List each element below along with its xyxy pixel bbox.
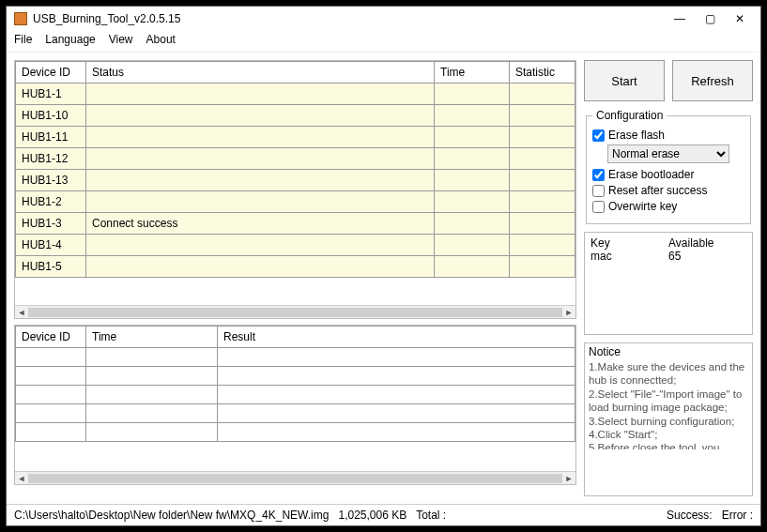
table-row[interactable]: HUB1-5 bbox=[16, 256, 575, 278]
status-success: Success: bbox=[667, 509, 713, 522]
cell-device_id: HUB1-2 bbox=[16, 191, 86, 213]
cell-status bbox=[86, 84, 435, 105]
table-row[interactable] bbox=[16, 348, 575, 367]
device-table-wrap: Device ID Status Time Statistic HUB1-1HU… bbox=[14, 60, 576, 319]
reset-after-checkbox[interactable] bbox=[592, 185, 605, 197]
window-title: USB_Burning_Tool_v2.0.5.15 bbox=[33, 12, 663, 25]
titlebar: USB_Burning_Tool_v2.0.5.15 — ▢ ✕ bbox=[7, 7, 760, 31]
scroll-thumb[interactable] bbox=[28, 474, 562, 483]
log-table: Device ID Time Result bbox=[15, 326, 575, 442]
cell-status: Connect success bbox=[86, 213, 435, 235]
cell-statistic bbox=[510, 213, 575, 235]
status-total: Total : bbox=[416, 509, 446, 522]
app-window: USB_Burning_Tool_v2.0.5.15 — ▢ ✕ File La… bbox=[6, 6, 761, 526]
table-row[interactable]: HUB1-1 bbox=[16, 84, 575, 105]
cell-statistic bbox=[510, 127, 575, 148]
table-row[interactable]: HUB1-12 bbox=[16, 148, 575, 170]
log-col-result[interactable]: Result bbox=[218, 327, 575, 348]
device-table-scroll[interactable]: Device ID Status Time Statistic HUB1-1HU… bbox=[15, 61, 575, 305]
overwrite-key-label: Overwirte key bbox=[608, 200, 677, 213]
cell-time bbox=[435, 256, 510, 278]
status-error: Error : bbox=[722, 509, 753, 522]
cell-time bbox=[435, 127, 510, 148]
key-row[interactable]: mac 65 bbox=[591, 250, 746, 263]
key-header-available[interactable]: Available bbox=[668, 236, 746, 250]
device-hscrollbar[interactable]: ◄ ► bbox=[15, 305, 575, 318]
table-row[interactable] bbox=[16, 404, 575, 423]
cell-device_id: HUB1-3 bbox=[16, 213, 86, 235]
cell-time bbox=[435, 191, 510, 213]
log-table-wrap: Device ID Time Result bbox=[14, 325, 576, 485]
cell-statistic bbox=[510, 235, 575, 256]
cell-statistic bbox=[510, 191, 575, 213]
start-button[interactable]: Start bbox=[584, 60, 665, 101]
cell-status bbox=[86, 256, 435, 278]
scroll-left-icon[interactable]: ◄ bbox=[15, 306, 28, 319]
scroll-right-icon[interactable]: ► bbox=[562, 306, 575, 319]
log-col-time[interactable]: Time bbox=[86, 327, 218, 348]
key-cell-name: mac bbox=[591, 250, 668, 263]
table-row[interactable]: HUB1-10 bbox=[16, 105, 575, 127]
table-row[interactable]: HUB1-3Connect success bbox=[16, 213, 575, 235]
table-row[interactable]: HUB1-4 bbox=[16, 235, 575, 256]
maximize-button[interactable]: ▢ bbox=[697, 10, 723, 27]
device-table: Device ID Status Time Statistic HUB1-1HU… bbox=[15, 61, 575, 278]
cell-device_id: HUB1-11 bbox=[16, 127, 86, 148]
status-filesize: 1,025,006 KB bbox=[338, 509, 407, 522]
table-row[interactable] bbox=[16, 386, 575, 404]
key-header-key[interactable]: Key bbox=[591, 236, 668, 250]
configuration-panel: Configuration Erase flash Normal erase E… bbox=[586, 109, 751, 224]
configuration-legend: Configuration bbox=[592, 109, 667, 122]
scroll-left-icon[interactable]: ◄ bbox=[15, 472, 28, 485]
log-table-scroll[interactable]: Device ID Time Result bbox=[15, 326, 575, 471]
table-row[interactable] bbox=[16, 367, 575, 386]
cell-time bbox=[435, 170, 510, 191]
cell-time bbox=[435, 84, 510, 105]
scroll-thumb[interactable] bbox=[28, 308, 562, 317]
notice-title: Notice bbox=[589, 345, 748, 358]
table-row[interactable]: HUB1-13 bbox=[16, 170, 575, 191]
overwrite-key-checkbox[interactable] bbox=[592, 201, 605, 213]
cell-time bbox=[435, 105, 510, 127]
close-button[interactable]: ✕ bbox=[727, 10, 753, 27]
status-filepath: C:\Users\halto\Desktop\New folder\New fw… bbox=[14, 509, 329, 522]
cell-device_id: HUB1-1 bbox=[16, 84, 86, 105]
menubar: File Language View About bbox=[7, 31, 760, 53]
table-row[interactable] bbox=[16, 423, 575, 442]
minimize-button[interactable]: — bbox=[667, 10, 693, 27]
erase-bootloader-label: Erase bootloader bbox=[608, 168, 694, 181]
cell-time bbox=[435, 235, 510, 256]
cell-device_id: HUB1-10 bbox=[16, 105, 86, 127]
erase-flash-label: Erase flash bbox=[608, 129, 665, 142]
reset-after-label: Reset after success bbox=[608, 184, 707, 197]
table-row[interactable]: HUB1-11 bbox=[16, 127, 575, 148]
menu-language[interactable]: Language bbox=[45, 33, 95, 46]
cell-status bbox=[86, 105, 435, 127]
erase-mode-select[interactable]: Normal erase bbox=[607, 144, 729, 163]
erase-bootloader-checkbox[interactable] bbox=[592, 169, 605, 181]
log-col-deviceid[interactable]: Device ID bbox=[16, 327, 86, 348]
log-hscrollbar[interactable]: ◄ ► bbox=[15, 471, 575, 484]
notice-body: 1.Make sure the devices and the hub is c… bbox=[589, 360, 748, 449]
cell-statistic bbox=[510, 148, 575, 170]
erase-flash-checkbox[interactable] bbox=[592, 129, 605, 142]
action-buttons: Start Refresh bbox=[584, 60, 753, 101]
cell-statistic bbox=[510, 105, 575, 127]
cell-device_id: HUB1-4 bbox=[16, 235, 86, 256]
menu-file[interactable]: File bbox=[14, 33, 32, 46]
cell-device_id: HUB1-12 bbox=[16, 148, 86, 170]
table-row[interactable]: HUB1-2 bbox=[16, 191, 575, 213]
refresh-button[interactable]: Refresh bbox=[672, 60, 753, 101]
cell-time bbox=[435, 213, 510, 235]
cell-statistic bbox=[510, 170, 575, 191]
device-col-id[interactable]: Device ID bbox=[16, 62, 86, 84]
menu-about[interactable]: About bbox=[146, 33, 176, 46]
cell-statistic bbox=[510, 256, 575, 278]
menu-view[interactable]: View bbox=[109, 33, 133, 46]
device-col-statistic[interactable]: Statistic bbox=[510, 62, 575, 84]
device-col-time[interactable]: Time bbox=[435, 62, 510, 84]
key-cell-value: 65 bbox=[668, 250, 746, 263]
scroll-right-icon[interactable]: ► bbox=[562, 472, 575, 485]
cell-status bbox=[86, 191, 435, 213]
device-col-status[interactable]: Status bbox=[86, 62, 435, 84]
